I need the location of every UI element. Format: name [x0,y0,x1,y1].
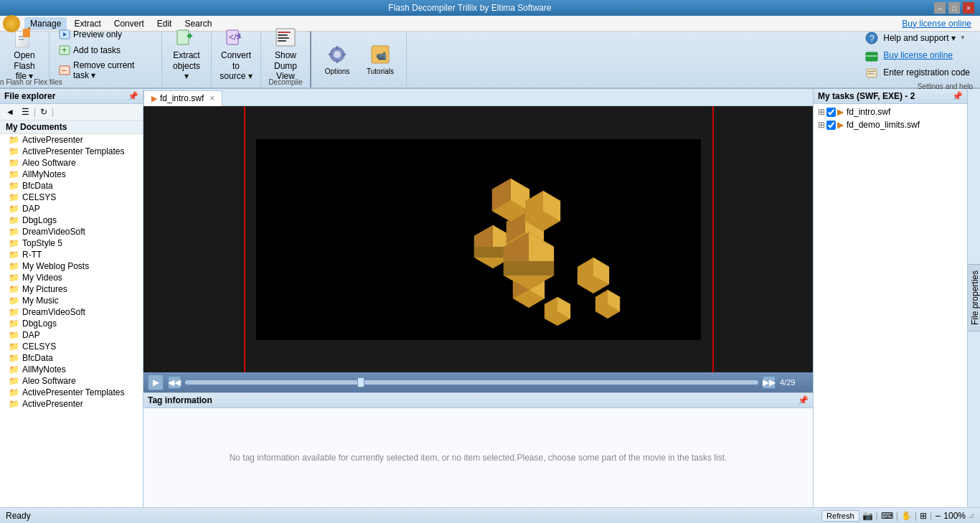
task-checkbox-fd-intro[interactable] [826,108,836,117]
statusbar-sep3: | [915,511,917,521]
tree-item[interactable]: 📁BfcData [0,352,143,364]
tree-item[interactable]: 📁DbgLogs [0,215,143,226]
tree-item[interactable]: 📁ActivePresenter [0,134,143,146]
maximize-button[interactable]: □ [948,2,960,14]
register-button[interactable]: Enter registration code [862,64,973,81]
tree-item[interactable]: 📁AllMyNotes [0,364,143,375]
keyboard-icon[interactable]: ⌨ [881,511,893,521]
svg-text:📹: 📹 [376,50,387,61]
tree-item[interactable]: 📁BfcData [0,180,143,192]
preview-tab[interactable]: ▶ fd_intro.swf × [143,90,222,106]
titlebar: Flash Decompiler Trillix by Eltima Softw… [0,0,980,16]
tree-item[interactable]: 📁DreamVideoSoft [0,306,143,318]
svg-text:–: – [62,65,67,75]
minimize-button[interactable]: – [934,2,946,14]
seek-thumb [357,377,364,387]
tree-item[interactable]: 📁My Music [0,295,143,306]
task-item-fd-intro[interactable]: ⊞ ▶ fd_intro.swf [815,105,966,118]
help-support-button[interactable]: ? Help and support ▾ ▼ [862,29,973,47]
tree-item[interactable]: 📁Aleo Software [0,375,143,387]
tree-item[interactable]: 📁CELSYS [0,192,143,203]
rewind-button[interactable]: ◀◀ [168,376,181,389]
buy-icon [864,48,879,62]
svg-rect-12 [177,30,189,44]
tree-item[interactable]: 📁ActivePresenter [0,398,143,410]
tasks-panel-header: My tasks (SWF, EXE) - 2 📌 [814,89,967,104]
register-label: Enter registration code [883,67,970,77]
folder-icon: 📁 [9,204,19,214]
open-flash-label: Open Flash file ▾ [8,50,41,81]
folder-icon: 📁 [9,135,19,145]
add-tasks-button[interactable]: + Add to tasks [55,42,156,58]
hand-icon[interactable]: ✋ [901,511,912,521]
tree-item[interactable]: 📁R-TT [0,249,143,260]
svg-rect-59 [504,261,554,275]
main-area: File explorer 📌 ◄ ☰ | ↻ | My Documents 📁… [0,89,980,507]
task-buttons-section: Preview only + Add to tasks – Remove cur… [50,32,162,88]
tree-item[interactable]: 📁AllMyNotes [0,169,143,180]
file-explorer: File explorer 📌 ◄ ☰ | ↻ | My Documents 📁… [0,89,143,507]
tree-item[interactable]: 📁CELSYS [0,341,143,352]
file-properties-tab[interactable]: File properties [968,264,980,331]
dump-view-button[interactable]: Show Dump View [267,33,304,75]
buy-license-button[interactable]: Buy license online [862,47,973,64]
fast-forward-button[interactable]: ▶▶ [763,376,776,389]
play-button[interactable]: ▶ [148,374,164,390]
options-button[interactable]: Options [316,39,359,80]
tutorials-button[interactable]: 📹 Tutorials [359,39,402,80]
explorer-toolbar: ◄ ☰ | ↻ | [0,104,143,121]
zoom-out-button[interactable]: − [935,510,941,522]
file-properties-tab-container: File properties [967,89,980,507]
tree-item[interactable]: 📁ActivePresenter Templates [0,387,143,398]
extract-label: Extract objects ▾ [170,50,203,81]
help-section: ? Help and support ▾ ▼ Buy license onlin… [854,32,980,88]
tree-item[interactable]: 📁TopStyle 5 [0,237,143,249]
convert-source-button[interactable]: </> Convert to source ▾ [217,33,255,75]
task-item-fd-demo[interactable]: ⊞ ▶ fd_demo_limits.swf [815,118,966,131]
nav-back-button[interactable]: ◄ [3,105,17,118]
seek-bar[interactable] [185,380,758,385]
help-icon: ? [864,31,879,45]
swf-icon-2: ▶ [837,120,844,130]
tree-item[interactable]: 📁DreamVideoSoft [0,226,143,237]
convert-icon: </> [225,26,248,49]
status-text: Ready [6,511,31,521]
statusbar-right: Refresh 📷 | ⌨ | ✋ | ⊞ | − 100% + ⊿ [821,510,974,522]
tree-item[interactable]: 📁DbgLogs [0,318,143,329]
tree-item[interactable]: 📁Aleo Software [0,157,143,169]
close-button[interactable]: × [963,2,974,14]
svg-rect-4 [23,29,30,37]
tasks-panel-pin[interactable]: 📌 [952,91,963,101]
pin-icon[interactable]: 📌 [128,91,138,101]
svg-rect-25 [336,46,338,50]
tree-item[interactable]: 📁My Pictures [0,283,143,295]
folder-icon: 📁 [9,307,19,317]
svg-rect-37 [868,73,874,74]
task-checkbox-fd-demo[interactable] [826,121,836,130]
view-toggle-button[interactable]: ☰ [19,105,32,118]
svg-point-24 [334,51,341,58]
remove-task-button[interactable]: – Remove current task ▾ [55,58,156,83]
open-flash-button[interactable]: Open Flash file ▾ [6,33,43,75]
frame-counter: 4/29 [780,378,809,387]
tag-info-pin[interactable]: 📌 [798,395,809,405]
tree-item[interactable]: 📁DAP [0,329,143,341]
tree-item[interactable]: 📁My Weblog Posts [0,260,143,272]
preview-only-button[interactable]: Preview only [55,27,156,42]
extract-objects-button[interactable]: Extract objects ▾ [168,33,205,75]
camera-icon[interactable]: 📷 [862,511,873,521]
refresh-button[interactable]: Refresh [821,510,859,522]
tab-close-button[interactable]: × [209,93,215,103]
tree-item[interactable]: 📁ActivePresenter Templates [0,146,143,157]
tree-item[interactable]: 📁My Videos [0,272,143,283]
buy-license-menubar[interactable]: Buy license online [902,19,971,29]
tree-root[interactable]: My Documents [0,121,143,134]
file-tree: My Documents 📁ActivePresenter📁ActivePres… [0,121,143,507]
svg-rect-36 [868,71,875,72]
expand-icon-2: ⊞ [818,120,825,130]
tree-item[interactable]: 📁DAP [0,203,143,215]
folder-icon: 📁 [9,158,19,168]
grid-icon[interactable]: ⊞ [920,511,927,521]
refresh-explorer-button[interactable]: ↻ [37,105,50,118]
svg-rect-28 [342,54,346,55]
